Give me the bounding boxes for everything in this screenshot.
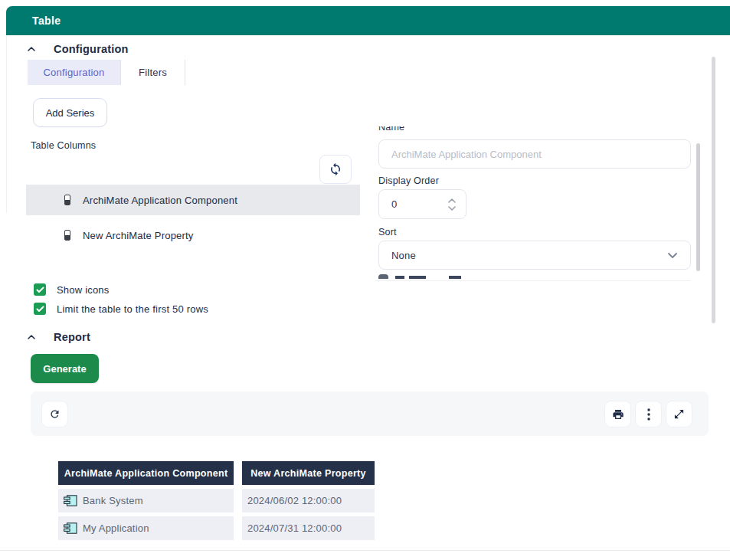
name-input[interactable] [378, 139, 691, 169]
report-toolbar [31, 391, 709, 436]
name-field-wrap [378, 139, 691, 169]
panel-scrollbar[interactable] [696, 143, 700, 271]
show-icons-checkbox[interactable] [34, 283, 46, 296]
collapse-configuration-icon[interactable] [26, 44, 37, 54]
table-columns-label: Table Columns [31, 140, 96, 151]
tab-separator [185, 60, 185, 85]
refresh-button[interactable] [42, 401, 67, 427]
sort-selected-value: None [391, 250, 416, 261]
cell-value: Bank System [83, 495, 143, 506]
clipped-form-row [375, 274, 691, 279]
table-row-cell: Bank System [58, 489, 234, 513]
sync-columns-button[interactable] [319, 155, 352, 184]
kebab-menu-icon [647, 408, 650, 421]
limit-rows-checkbox[interactable] [34, 303, 46, 315]
table-column-item-selected[interactable]: ArchiMate Application Component [26, 185, 360, 215]
expand-button[interactable] [666, 401, 692, 427]
table-row-cell: My Application [58, 516, 234, 540]
print-button[interactable] [605, 401, 630, 427]
column-item-label: New ArchiMate Property [83, 230, 194, 241]
table-column-item[interactable]: New ArchiMate Property [26, 220, 360, 251]
display-order-stepper[interactable]: 0 [378, 189, 466, 219]
configuration-section-title: Configuration [54, 43, 129, 55]
gear-icon [378, 274, 388, 279]
application-component-icon [64, 495, 77, 506]
expand-icon [673, 408, 685, 420]
result-table-header-property: New ArchiMate Property [242, 461, 375, 485]
more-options-button[interactable] [636, 401, 661, 427]
add-series-button[interactable]: Add Series [33, 98, 107, 127]
cell-value: 2024/06/02 12:00:00 [247, 495, 342, 506]
print-icon [612, 408, 624, 421]
column-item-label: ArchiMate Application Component [83, 195, 237, 206]
configuration-section-header: Configuration [26, 43, 129, 55]
sync-icon [329, 162, 342, 176]
limit-rows-option: Limit the table to the first 50 rows [34, 303, 208, 315]
table-row-cell: 2024/07/31 12:00:00 [242, 516, 375, 540]
tab-filters[interactable]: Filters [121, 60, 185, 85]
column-grip-icon [64, 230, 70, 241]
refresh-icon [49, 408, 61, 420]
chevron-down-icon [667, 251, 678, 259]
table-row-cell: 2024/06/02 12:00:00 [242, 489, 375, 513]
panel-divider [375, 280, 691, 281]
page-bottom-border [0, 550, 730, 551]
display-order-value: 0 [379, 198, 447, 210]
stepper-down-icon[interactable] [447, 205, 457, 211]
screen: Table Configuration Configuration Filter… [0, 0, 730, 560]
collapse-report-icon[interactable] [26, 332, 37, 342]
window-title: Table [32, 15, 61, 27]
name-field-label: Name [378, 126, 470, 133]
column-grip-icon [64, 195, 70, 205]
window-titlebar: Table [6, 6, 730, 35]
sort-select[interactable]: None [378, 241, 691, 270]
cell-value: My Application [83, 522, 149, 534]
limit-rows-label: Limit the table to the first 50 rows [57, 303, 208, 315]
tab-configuration[interactable]: Configuration [28, 60, 120, 85]
sort-label: Sort [378, 227, 397, 237]
show-icons-label: Show icons [57, 284, 109, 296]
result-table-header-component: ArchiMate Application Component [58, 461, 234, 485]
report-section-header: Report [26, 331, 90, 343]
cell-value: 2024/07/31 12:00:00 [247, 522, 342, 534]
stepper-up-icon[interactable] [447, 198, 457, 204]
display-order-label: Display Order [378, 175, 439, 186]
page-scrollbar[interactable] [712, 57, 715, 323]
card-border [6, 35, 7, 213]
report-section-title: Report [54, 331, 90, 343]
application-component-icon [64, 522, 77, 534]
show-icons-option: Show icons [34, 283, 109, 296]
generate-button[interactable]: Generate [31, 354, 99, 383]
